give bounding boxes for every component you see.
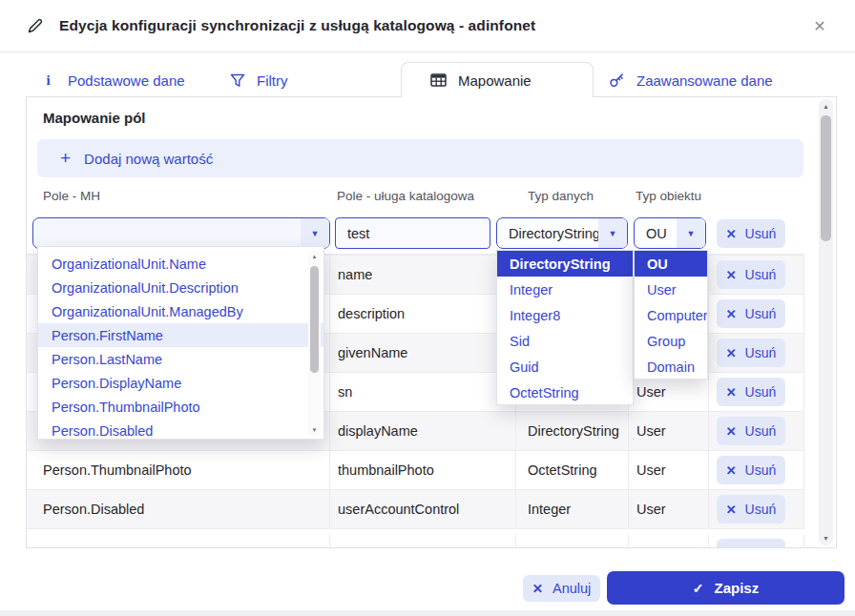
cell-actions: ✕Usuń xyxy=(709,295,804,333)
column-header-typ-obiektu: Typ obiektu xyxy=(629,189,709,203)
remove-button[interactable]: ✕Usuń xyxy=(717,495,785,524)
remove-button[interactable]: ✕Usuń xyxy=(717,260,785,289)
cell-object: User xyxy=(629,412,709,450)
dropdown-option[interactable]: OrganizationalUnit.ManagedBy xyxy=(38,299,323,323)
pole-usluga-input[interactable]: test xyxy=(335,217,490,249)
x-icon: ✕ xyxy=(726,346,737,360)
typ-danych-value: DirectoryString xyxy=(509,226,600,241)
tab-filtry[interactable]: Filtry xyxy=(229,69,288,92)
key-icon xyxy=(609,72,625,89)
remove-label: Usuń xyxy=(745,267,777,282)
dropdown-option-selected[interactable]: OU xyxy=(635,251,707,277)
cell-actions: ✕Usuń xyxy=(709,373,804,411)
table-row: Person.ThumbnailPhoto thumbnailPhoto Oct… xyxy=(27,451,804,490)
cell-actions: ✕Usuń xyxy=(709,534,804,548)
x-icon: ✕ xyxy=(726,503,737,517)
x-icon: ✕ xyxy=(726,385,737,400)
dropdown-option[interactable]: Person.Disabled xyxy=(38,419,323,440)
remove-button[interactable]: ✕Usuń xyxy=(717,417,785,445)
tab-label: Filtry xyxy=(257,72,288,89)
dialog-title: Edycja konfiguracji synchronizacji z usł… xyxy=(59,17,535,34)
dropdown-option[interactable]: OctetString xyxy=(497,380,633,405)
dropdown-option[interactable]: User xyxy=(635,277,707,302)
remove-label: Usuń xyxy=(745,462,777,478)
add-new-value-button[interactable]: + Dodaj nową wartość xyxy=(37,139,803,177)
remove-label: Usuń xyxy=(745,423,777,439)
remove-label: Usuń xyxy=(745,502,777,517)
scroll-down-icon[interactable]: ▼ xyxy=(308,427,321,433)
remove-label: Usuń xyxy=(745,345,777,360)
cell-actions: ✕Usuń xyxy=(709,412,804,450)
dropdown-option[interactable]: Person.DisplayName xyxy=(38,371,323,395)
chevron-down-icon: ▼ xyxy=(677,218,705,248)
scroll-up-icon[interactable]: ▲ xyxy=(308,254,321,259)
dropdown-scrollbar[interactable]: ▲ ▼ xyxy=(308,251,321,436)
table-row: OrganizationalPerson.JobTitle title Dire… xyxy=(27,534,804,548)
x-icon: ✕ xyxy=(726,546,737,549)
edit-sync-config-dialog: Edycja konfiguracji synchronizacji z usł… xyxy=(0,0,855,610)
pole-mh-dropdown-list: OrganizationalUnit.Name OrganizationalUn… xyxy=(37,246,324,440)
dropdown-option[interactable]: Domain xyxy=(635,354,707,380)
remove-button[interactable]: ✕Usuń xyxy=(717,456,785,484)
remove-button[interactable]: ✕Usuń xyxy=(717,378,785,406)
cell-type: DirectoryString xyxy=(516,412,629,450)
remove-button[interactable]: ✕Usuń xyxy=(717,299,785,328)
cell-type: DirectoryString xyxy=(516,534,629,548)
dropdown-option[interactable]: Person.ThumbnailPhoto xyxy=(38,395,323,419)
plus-icon: + xyxy=(60,148,71,169)
remove-button[interactable]: ✕Usuń xyxy=(717,539,785,548)
tab-mapowanie[interactable]: Mapowanie xyxy=(401,62,594,97)
tab-label: Mapowanie xyxy=(458,72,532,89)
dropdown-option-highlighted[interactable]: Person.FirstName xyxy=(38,323,323,347)
dropdown-option-selected[interactable]: DirectoryString xyxy=(497,251,633,277)
cell-pole-mh: Person.Disabled xyxy=(27,490,330,528)
dropdown-option[interactable]: Integer8 xyxy=(497,302,633,328)
table-row: Person.Disabled userAccountControl Integ… xyxy=(27,490,804,529)
section-title: Mapowanie pól xyxy=(43,110,146,126)
cell-field: displayName xyxy=(330,412,516,450)
content-scrollbar[interactable]: ▲ ▼ xyxy=(819,99,833,545)
x-icon: ✕ xyxy=(532,581,543,596)
cell-pole-mh: OrganizationalPerson.JobTitle xyxy=(27,534,330,548)
typ-obiektu-select[interactable]: OU ▼ xyxy=(634,217,706,249)
cancel-button[interactable]: ✕ Anuluj xyxy=(523,575,600,602)
dropdown-option[interactable]: Computer xyxy=(635,302,707,328)
cell-field: thumbnailPhoto xyxy=(330,451,516,489)
typ-obiektu-dropdown-list: OU User Computer Group Domain xyxy=(634,250,708,380)
cell-actions: ✕Usuń xyxy=(709,451,804,489)
scroll-up-icon[interactable]: ▲ xyxy=(819,103,833,110)
cell-actions: ✕Usuń xyxy=(709,256,804,294)
remove-label: Usuń xyxy=(745,545,777,548)
close-icon[interactable]: ✕ xyxy=(807,13,832,38)
cell-field: description xyxy=(330,295,516,333)
x-icon: ✕ xyxy=(726,463,737,478)
tab-label: Zaawansowane dane xyxy=(636,72,773,89)
cell-object: User xyxy=(629,534,709,548)
scrollbar-thumb[interactable] xyxy=(821,115,831,241)
tab-podstawowe-dane[interactable]: i Podstawowe dane xyxy=(40,69,185,92)
filter-icon xyxy=(229,72,245,89)
x-icon: ✕ xyxy=(726,268,737,282)
scrollbar-thumb[interactable] xyxy=(310,266,319,373)
remove-button[interactable]: ✕Usuń xyxy=(717,339,785,367)
scroll-down-icon[interactable]: ▼ xyxy=(819,535,833,542)
dropdown-option[interactable]: OrganizationalUnit.Description xyxy=(38,276,323,299)
dropdown-option[interactable]: Integer xyxy=(497,277,633,302)
cell-object: User xyxy=(629,451,709,489)
dropdown-option[interactable]: Sid xyxy=(497,328,633,354)
save-button[interactable]: ✓ Zapisz xyxy=(607,571,845,605)
dropdown-option[interactable]: Group xyxy=(635,328,707,354)
tab-zaawansowane-dane[interactable]: Zaawansowane dane xyxy=(609,69,773,92)
typ-danych-dropdown-list: DirectoryString Integer Integer8 Sid Gui… xyxy=(496,250,634,405)
dropdown-option[interactable]: OrganizationalUnit.Name xyxy=(38,252,323,276)
cell-field: givenName xyxy=(330,334,516,372)
pole-mh-select[interactable]: ▼ xyxy=(32,217,330,249)
dropdown-option[interactable]: Guid xyxy=(497,354,633,380)
table-header-row: Pole - MH Pole - uługa katalogowa Typ da… xyxy=(27,189,804,203)
chevron-down-icon: ▼ xyxy=(301,218,329,248)
mapowanie-panel: Mapowanie pól + Dodaj nową wartość Pole … xyxy=(26,96,837,548)
typ-danych-select[interactable]: DirectoryString ▼ xyxy=(496,217,628,249)
cell-type: Integer xyxy=(516,490,629,528)
remove-button[interactable]: ✕ Usuń xyxy=(717,219,785,248)
dropdown-option[interactable]: Person.LastName xyxy=(38,347,323,371)
